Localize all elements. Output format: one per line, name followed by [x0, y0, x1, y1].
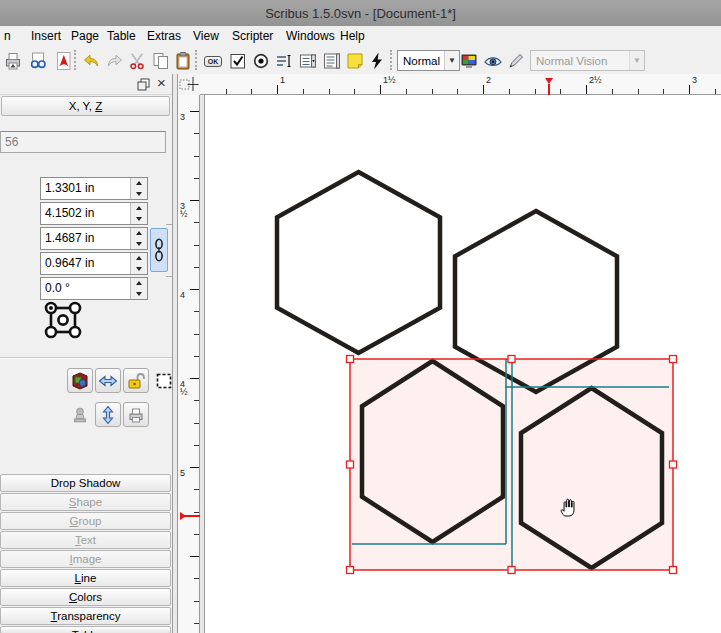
ruler-tick — [226, 89, 227, 94]
pdf-checkbox-icon — [228, 51, 248, 71]
pdf-text-field-icon — [274, 51, 294, 71]
tab-group[interactable]: Group — [0, 512, 171, 530]
ruler-tick — [194, 311, 199, 312]
copy-button[interactable] — [149, 49, 173, 73]
tab-text[interactable]: Text — [0, 531, 171, 549]
chevron-down-icon: ▼ — [629, 51, 644, 70]
ruler-tick — [715, 89, 716, 94]
redo-button[interactable] — [103, 49, 127, 73]
menu-item-table[interactable]: Table — [104, 28, 139, 44]
properties-palette: × X, Y, Z 56 1.3301 in 4.1502 in 1.4687 … — [0, 74, 172, 633]
pdf-link-icon — [367, 51, 387, 71]
menu-item-help[interactable]: Help — [337, 28, 368, 44]
menu-item-view[interactable]: View — [190, 28, 222, 44]
ruler-tick — [457, 89, 458, 94]
selection-handle[interactable] — [347, 461, 354, 468]
selection-handle[interactable] — [670, 356, 677, 363]
vision-defect-combobox[interactable]: Normal Vision ▼ — [530, 50, 645, 71]
ruler-tick — [663, 89, 664, 94]
selection-handle[interactable] — [347, 356, 354, 363]
tab-transparency[interactable]: Transparency — [0, 607, 171, 625]
save-as-pdf-button[interactable] — [52, 49, 76, 73]
ruler-tick — [432, 89, 433, 94]
cut-button[interactable] — [126, 49, 150, 73]
ruler-tick — [194, 578, 199, 579]
document-canvas[interactable] — [200, 95, 721, 633]
menu-item-page[interactable]: Page — [68, 28, 102, 44]
window-titlebar: Scribus 1.5.0svn - [Document-1*] — [0, 0, 721, 26]
color-management-button[interactable] — [457, 49, 481, 73]
tab-image[interactable]: Image — [0, 550, 171, 568]
pdf-annotation-tool[interactable] — [343, 49, 367, 73]
pdf-radio-tool[interactable] — [249, 49, 273, 73]
ruler-label: 3 — [692, 75, 697, 85]
ruler-tick — [190, 289, 199, 290]
ruler-tick — [251, 89, 252, 94]
edit-in-preview-button[interactable] — [504, 49, 528, 73]
selection-handle[interactable] — [670, 461, 677, 468]
toolbar-separator — [195, 50, 198, 70]
pdf-listbox-icon — [322, 51, 342, 71]
ruler-tick — [689, 85, 690, 94]
ruler-label: 1 — [280, 75, 285, 85]
pdf-ok-button-icon: OK — [204, 56, 223, 67]
tab-colors[interactable]: Colors — [0, 588, 171, 606]
canvas-drawing[interactable] — [200, 95, 721, 633]
pdf-radio-icon — [251, 51, 271, 71]
panel-section-list: Drop ShadowShapeGroupTextImageLineColors… — [0, 74, 172, 633]
ruler-tick — [194, 334, 199, 335]
ruler-tick — [194, 156, 199, 157]
horizontal-ruler[interactable]: 11½22½3 — [200, 74, 721, 95]
menu-item-insert[interactable]: Insert — [28, 28, 64, 44]
ruler-tick — [329, 89, 330, 94]
ruler-tick — [194, 489, 199, 490]
selection-handle[interactable] — [508, 567, 515, 574]
ruler-tick — [194, 445, 199, 446]
grab-hand-cursor — [556, 495, 580, 519]
edit-in-preview-pen-icon — [506, 51, 526, 71]
ruler-tick — [560, 89, 561, 94]
preview-quality-combobox[interactable]: Normal ▼ — [397, 50, 460, 71]
preview-mode-button[interactable] — [481, 49, 505, 73]
pdf-combobox-tool[interactable] — [296, 49, 320, 73]
tab-shape[interactable]: Shape — [0, 493, 171, 511]
tab-drop-shadow[interactable]: Drop Shadow — [0, 474, 171, 492]
vertical-ruler[interactable]: 33½44½5 — [178, 95, 200, 633]
ruler-tick — [535, 89, 536, 94]
undo-button[interactable] — [79, 49, 103, 73]
ruler-label: 3½ — [180, 202, 189, 218]
pdf-listbox-tool[interactable] — [320, 49, 344, 73]
ruler-origin-button[interactable] — [178, 74, 200, 96]
selection-handle[interactable] — [508, 356, 515, 363]
selection-handle[interactable] — [670, 567, 677, 574]
selection-handle[interactable] — [347, 567, 354, 574]
ruler-label: 4 — [180, 291, 189, 299]
ruler-tick — [190, 200, 199, 201]
print-button[interactable] — [1, 49, 25, 73]
ruler-label: 3 — [180, 113, 189, 121]
pdf-annotation-icon — [345, 51, 365, 71]
tab-table[interactable]: Table — [0, 626, 171, 633]
ruler-label: 2 — [486, 75, 491, 85]
pdf-text-field-tool[interactable] — [272, 49, 296, 73]
undo-icon — [81, 51, 101, 71]
menu-item-extras[interactable]: Extras — [144, 28, 184, 44]
menu-item-scripter[interactable]: Scripter — [229, 28, 276, 44]
ruler-tick — [194, 623, 199, 624]
pdf-checkbox-tool[interactable] — [226, 49, 250, 73]
ruler-tick — [190, 556, 199, 557]
menu-item-n[interactable]: n — [1, 28, 14, 44]
ruler-tick — [194, 512, 199, 513]
paste-button[interactable] — [171, 49, 195, 73]
ruler-label: 2½ — [589, 75, 602, 85]
tab-line[interactable]: Line — [0, 569, 171, 587]
print-icon — [3, 51, 23, 71]
hexagon-shape-1[interactable] — [277, 172, 440, 353]
preflight-button[interactable] — [26, 49, 50, 73]
pdf-push-button-tool[interactable]: OK — [201, 49, 225, 73]
ruler-tick — [406, 89, 407, 94]
ruler-tick — [190, 467, 199, 468]
menu-item-windows[interactable]: Windows — [283, 28, 338, 44]
ruler-tick — [586, 85, 587, 94]
pdf-link-tool[interactable] — [365, 49, 389, 73]
